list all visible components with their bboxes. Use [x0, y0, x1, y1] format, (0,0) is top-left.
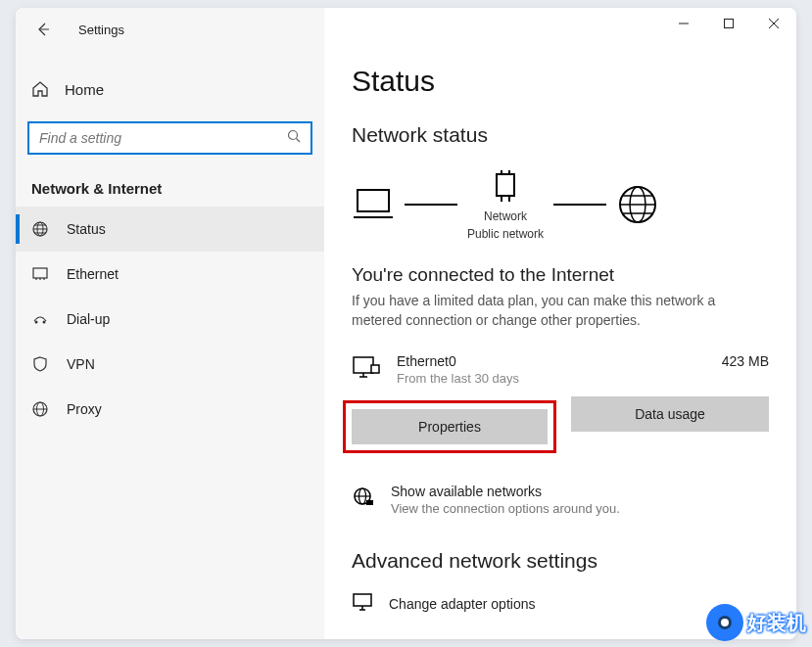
svg-rect-8	[725, 20, 734, 28]
button-row: Properties Data usage	[352, 396, 769, 444]
globe-icon	[31, 220, 49, 238]
home-link[interactable]: Home	[16, 70, 324, 108]
close-button[interactable]	[751, 8, 796, 39]
nav-label: Dial-up	[67, 311, 110, 327]
router-icon	[491, 168, 520, 206]
nav-item-ethernet[interactable]: Ethernet	[16, 252, 324, 297]
svg-rect-10	[497, 174, 514, 196]
window-title: Settings	[78, 23, 124, 37]
connected-heading: You're connected to the Internet	[352, 264, 769, 286]
connector-line	[553, 204, 606, 206]
data-usage-button[interactable]: Data usage	[571, 396, 769, 432]
svg-rect-9	[358, 190, 389, 211]
svg-rect-13	[354, 357, 373, 373]
connection-name: Ethernet0	[397, 353, 722, 369]
data-usage-value: 423 MB	[722, 353, 769, 369]
section-heading: Network & Internet	[31, 180, 309, 197]
diagram-label-2: Public network	[467, 227, 544, 241]
search-icon	[287, 129, 301, 147]
available-subtitle: View the connection options around you.	[391, 501, 620, 516]
highlight-box: Properties	[343, 400, 556, 453]
connector-line	[405, 204, 457, 206]
network-diagram: Network Public network	[352, 168, 769, 241]
svg-point-5	[43, 321, 46, 324]
dialup-icon	[31, 310, 49, 328]
svg-rect-18	[354, 594, 371, 606]
globe-large-icon	[616, 183, 659, 226]
nav-item-dialup[interactable]: Dial-up	[16, 297, 324, 342]
svg-rect-17	[366, 500, 373, 505]
nav-item-proxy[interactable]: Proxy	[16, 387, 324, 432]
svg-rect-14	[371, 365, 379, 373]
network-status-heading: Network status	[352, 123, 769, 147]
available-title: Show available networks	[391, 484, 620, 499]
search-container	[27, 121, 312, 155]
titlebar: Settings	[16, 8, 324, 51]
pc-ethernet-icon	[352, 355, 381, 387]
home-icon	[31, 80, 49, 98]
nav-item-status[interactable]: Status	[16, 207, 324, 252]
watermark: 好装机	[706, 604, 806, 641]
shield-icon	[31, 355, 49, 373]
adapter-label: Change adapter options	[389, 596, 535, 612]
laptop-icon	[352, 186, 395, 223]
connection-row: Ethernet0 From the last 30 days 423 MB	[352, 353, 769, 387]
monitor-icon	[352, 592, 373, 615]
ethernet-icon	[31, 265, 49, 283]
watermark-icon	[706, 604, 743, 641]
nav-label: VPN	[67, 356, 95, 372]
properties-button[interactable]: Properties	[352, 409, 548, 444]
advanced-heading: Advanced network settings	[352, 549, 769, 573]
connected-description: If you have a limited data plan, you can…	[352, 292, 769, 330]
nav-label: Proxy	[67, 401, 102, 417]
globe-small-icon	[352, 485, 375, 513]
window-controls	[661, 8, 796, 39]
svg-rect-3	[33, 268, 47, 278]
available-networks-row[interactable]: Show available networks View the connect…	[352, 484, 769, 516]
nav-label: Status	[67, 221, 106, 237]
connection-period: From the last 30 days	[397, 371, 722, 386]
diagram-label-1: Network	[484, 209, 527, 223]
nav-item-vpn[interactable]: VPN	[16, 342, 324, 387]
maximize-button[interactable]	[706, 8, 751, 39]
home-label: Home	[65, 81, 104, 98]
minimize-button[interactable]	[661, 8, 706, 39]
search-input[interactable]	[29, 130, 310, 146]
svg-point-0	[289, 131, 298, 140]
sidebar: Settings Home Network & Internet Status	[16, 8, 324, 639]
arrow-left-icon	[35, 22, 51, 37]
watermark-text: 好装机	[747, 610, 806, 636]
proxy-icon	[31, 400, 49, 418]
nav-label: Ethernet	[67, 266, 119, 282]
main-content: Status Network status Network Public net…	[324, 8, 796, 639]
page-title: Status	[352, 65, 769, 98]
search-box[interactable]	[27, 121, 312, 155]
back-button[interactable]	[33, 20, 53, 39]
settings-window: Settings Home Network & Internet Status	[16, 8, 796, 639]
svg-point-4	[35, 321, 38, 324]
